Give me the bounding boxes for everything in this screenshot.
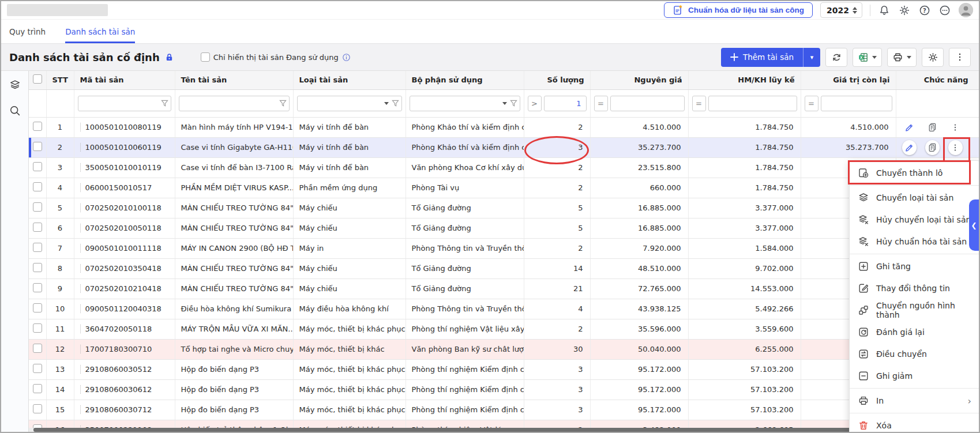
row-checkbox[interactable] — [33, 283, 42, 292]
table-row[interactable]: 9 0702502010210418 MÀN CHIẾU TREO TƯỜNG … — [29, 278, 979, 299]
context-menu-item[interactable]: Ghi giảm — [850, 365, 979, 387]
row-checkbox[interactable] — [33, 122, 42, 131]
tab-danh-sach-tai-san[interactable]: Danh sách tài sản — [65, 20, 135, 43]
filter-name-input[interactable] — [179, 96, 290, 111]
layers-view-icon[interactable] — [9, 79, 21, 92]
row-checkbox[interactable] — [33, 344, 42, 353]
row-checkbox[interactable] — [33, 243, 42, 252]
row-checkbox[interactable] — [33, 384, 42, 393]
remaining-operator[interactable]: = — [805, 96, 818, 111]
row-more-vertical-icon[interactable] — [948, 140, 963, 155]
accum-operator[interactable]: = — [692, 96, 706, 111]
context-menu-item[interactable]: Chuyển loại tài sản — [850, 187, 979, 209]
table-row[interactable]: 3 3500501010010119 Case vi tính để bàn I… — [29, 157, 979, 178]
horizontal-scrollbar[interactable] — [29, 428, 979, 432]
row-checkbox[interactable] — [33, 263, 42, 272]
edit-pencil-icon[interactable] — [902, 140, 917, 155]
table-settings-button[interactable] — [922, 48, 944, 67]
table-row[interactable]: 4 06000150010517 PHẦN MỀM DIỆT VIRUS KAS… — [29, 178, 979, 198]
table-row[interactable]: 11 36047020050118 MÁY TRỘN MẪU VỮA XI MĂ… — [29, 319, 979, 339]
year-selector[interactable]: 2022 — [820, 2, 862, 18]
filter-cost-input[interactable] — [610, 96, 685, 111]
table-row[interactable]: 10 0900501120040318 Điều hòa không khí S… — [29, 299, 979, 319]
context-menu-item[interactable]: Hủy chuẩn hóa tài sản — [850, 231, 979, 253]
refresh-button[interactable] — [825, 48, 847, 67]
column-header-remaining[interactable]: Giá trị còn lại — [801, 71, 896, 89]
row-checkbox[interactable] — [33, 303, 42, 312]
notifications-bell-icon[interactable] — [878, 4, 891, 17]
table-row[interactable]: 8 0702502010350418 MÀN CHIẾU TREO TƯỜNG … — [29, 258, 979, 278]
row-checkbox[interactable] — [33, 364, 42, 373]
table-row[interactable]: 1 1000501010080119 Màn hình máy tính HP … — [29, 117, 979, 137]
table-row[interactable]: 2 1000501010060119 Case vi tính Gigabyte… — [29, 137, 979, 157]
column-header-qty[interactable]: Số lượng — [524, 71, 590, 89]
column-header-stt[interactable]: STT — [46, 71, 74, 89]
row-checkbox[interactable] — [33, 202, 42, 212]
context-menu-item[interactable]: Đánh giá lại — [850, 321, 979, 343]
table-row[interactable]: 12 17007180300710 Tổ hợp tai nghe và Mic… — [29, 339, 979, 359]
edit-pencil-icon[interactable] — [902, 120, 917, 135]
column-header-cost[interactable]: Nguyên giá — [590, 71, 688, 89]
table-row[interactable]: 14 29108060030612 Hộp đo biến dạng P3 Má… — [29, 379, 979, 400]
year-stepper[interactable] — [853, 7, 857, 14]
filter-accum-input[interactable] — [708, 96, 797, 111]
scrollbar-thumb[interactable] — [33, 428, 972, 432]
row-name: MÀN CHIẾU TREO TƯỜNG 84" ... — [175, 198, 293, 218]
help-icon[interactable]: ? — [918, 4, 931, 17]
copy-pages-icon[interactable] — [925, 120, 940, 135]
add-asset-dropdown[interactable]: ▾ — [803, 48, 820, 67]
more-options-button[interactable] — [949, 48, 971, 67]
print-button[interactable] — [887, 48, 917, 67]
context-menu-item[interactable]: Chuyển nguồn hình thành — [850, 299, 979, 321]
row-checkbox[interactable] — [33, 162, 42, 171]
copy-pages-icon[interactable] — [925, 140, 940, 155]
chevron-down-icon[interactable] — [384, 102, 389, 105]
chevron-down-icon[interactable] — [502, 102, 507, 105]
select-all-checkbox[interactable] — [33, 74, 42, 84]
row-checkbox[interactable] — [33, 223, 42, 232]
stepper-down-icon[interactable] — [853, 11, 857, 14]
filter-qty-input[interactable] — [544, 96, 587, 111]
cost-operator[interactable]: = — [594, 96, 608, 111]
row-dept: Phòng Tài vụ — [405, 178, 524, 198]
add-asset-button[interactable]: Thêm tài sản — [721, 48, 803, 67]
qty-operator[interactable]: > — [528, 96, 542, 111]
table-row[interactable]: 6 0702502010050118 MÀN CHIẾU TREO TƯỜNG … — [29, 218, 979, 238]
column-header-dept[interactable]: Bộ phận sử dụng — [405, 71, 524, 89]
info-icon[interactable] — [342, 53, 351, 62]
tab-quy-trinh[interactable]: Quy trình — [9, 20, 46, 43]
column-header-accum[interactable]: HM/KH lũy kế — [688, 71, 801, 89]
context-menu-item[interactable]: Thay đổi thông tin — [850, 277, 979, 299]
standardize-data-button[interactable]: Chuẩn hóa dữ liệu tài sản công — [664, 2, 813, 18]
row-checkbox[interactable] — [33, 404, 42, 413]
table-row[interactable]: 13 29108060030512 Hộp đo biến dạng P3 Má… — [29, 359, 979, 379]
show-in-use-checkbox[interactable] — [201, 52, 210, 62]
row-more-vertical-icon[interactable] — [948, 120, 963, 135]
more-horizontal-icon[interactable] — [938, 4, 951, 17]
context-menu-item[interactable]: Xóa — [850, 415, 979, 433]
filter-code-input[interactable] — [78, 96, 171, 111]
table-row[interactable]: 5 0702502010100118 MÀN CHIẾU TREO TƯỜNG … — [29, 198, 979, 218]
table-row[interactable]: 15 29108060030712 Hộp đo biến dạng P3 Má… — [29, 400, 979, 420]
table-row[interactable]: 7 0900501010011118 MÁY IN CANON 2900 (BỘ… — [29, 238, 979, 258]
asset-table: STT Mã tài sản Tên tài sản Loại tài sản … — [29, 71, 979, 432]
context-menu-item[interactable]: Chuyển thành lô — [850, 162, 979, 184]
context-menu-item[interactable]: In› — [850, 390, 979, 412]
column-header-code[interactable]: Mã tài sản — [74, 71, 175, 89]
row-checkbox[interactable] — [33, 182, 42, 191]
column-header-name[interactable]: Tên tài sản — [175, 71, 293, 89]
add-asset-split-button[interactable]: Thêm tài sản ▾ — [721, 48, 820, 67]
context-menu-item[interactable]: Điều chuyển — [850, 343, 979, 365]
row-checkbox[interactable] — [33, 142, 42, 151]
filter-remaining-input[interactable] — [821, 96, 892, 111]
user-avatar[interactable] — [959, 3, 973, 17]
search-icon[interactable] — [9, 104, 21, 117]
export-excel-button[interactable]: X — [853, 48, 882, 67]
settings-gear-icon[interactable] — [898, 4, 911, 17]
row-checkbox[interactable] — [33, 323, 42, 333]
context-menu-item[interactable]: Hủy chuyển loại tài sản — [850, 209, 979, 231]
stepper-up-icon[interactable] — [853, 7, 857, 10]
context-menu-item[interactable]: Ghi tăng — [850, 255, 979, 277]
collapse-panel-tab[interactable]: ❮ — [969, 199, 979, 251]
column-header-type[interactable]: Loại tài sản — [293, 71, 405, 89]
